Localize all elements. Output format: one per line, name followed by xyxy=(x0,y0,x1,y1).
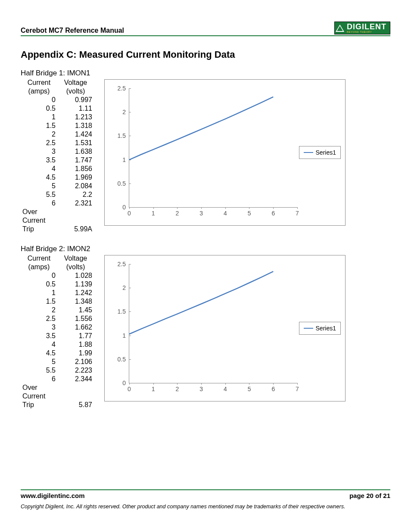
legend-line-icon xyxy=(304,328,313,329)
cell-voltage: 1.969 xyxy=(57,173,94,182)
table-row: 1.5 1.318 xyxy=(21,121,94,130)
cell-current: 3.5 xyxy=(21,156,57,165)
cell-voltage: 1.556 xyxy=(57,314,94,323)
y-tick: 2 xyxy=(122,284,129,291)
plot-area: 00.511.522.5 01234567 xyxy=(129,264,297,383)
section-block: Current Voltage (amps) (volts) 0 0.997 0… xyxy=(21,78,390,233)
footer-url: www.digilentinc.com xyxy=(21,492,85,499)
x-tick: 1 xyxy=(152,383,155,392)
table-row: 3.5 1.77 xyxy=(21,332,94,340)
table-header-row: Current Voltage xyxy=(21,254,94,263)
cell-voltage: 2.223 xyxy=(57,366,94,375)
cell-current: 5 xyxy=(21,358,57,366)
plot-area: 00.511.522.5 01234567 xyxy=(129,88,297,208)
col-header-current: Current xyxy=(21,254,57,263)
cell-voltage: 1.139 xyxy=(57,280,94,289)
section-block: Current Voltage (amps) (volts) 0 1.028 0… xyxy=(21,254,390,409)
x-tick: 3 xyxy=(199,207,203,217)
cell-voltage: 1.318 xyxy=(57,121,94,130)
x-tick: 7 xyxy=(296,383,299,392)
table-row: 2.5 1.531 xyxy=(21,139,94,147)
cell-current: 4 xyxy=(21,340,57,349)
footer-page: page 20 of 21 xyxy=(349,492,390,499)
legend-label: Series1 xyxy=(316,325,336,332)
cell-voltage: 1.348 xyxy=(57,297,94,306)
x-tick: 3 xyxy=(199,383,203,392)
table-row: Current xyxy=(21,216,94,225)
chart-legend: Series1 xyxy=(299,146,341,159)
cell-current: 2.5 xyxy=(21,139,57,147)
oct-label: Over xyxy=(21,208,57,216)
cell-current: 5.5 xyxy=(21,190,57,199)
table-row: 4.5 1.969 xyxy=(21,173,94,182)
header-title: Cerebot MC7 Reference Manual xyxy=(21,27,124,34)
oct-label: Over xyxy=(21,383,57,392)
logo-text: DIGILENT xyxy=(347,22,386,31)
table-row: 5 2.084 xyxy=(21,182,94,190)
cell-voltage: 1.747 xyxy=(57,156,94,165)
table-row: 4 1.88 xyxy=(21,340,94,349)
footer-copyright: Copyright Digilent, Inc. All rights rese… xyxy=(21,504,390,510)
table-header-row: Current Voltage xyxy=(21,78,94,87)
x-tick: 6 xyxy=(271,383,275,392)
x-tick: 5 xyxy=(248,383,251,392)
cell-current: 4.5 xyxy=(21,173,57,182)
col-unit-current: (amps) xyxy=(21,263,57,271)
cell-voltage: 2.2 xyxy=(57,190,94,199)
cell-voltage: 0.997 xyxy=(57,96,94,104)
cell-current: 3 xyxy=(21,147,57,156)
chart-legend: Series1 xyxy=(299,322,341,335)
cell-voltage: 2.106 xyxy=(57,358,94,366)
cell-voltage: 1.99 xyxy=(57,349,94,358)
page-footer: www.digilentinc.com page 20 of 21 xyxy=(21,489,390,499)
logo-triangle-icon xyxy=(336,25,344,32)
table-row: 1 1.213 xyxy=(21,113,94,121)
data-table: Current Voltage (amps) (volts) 0 1.028 0… xyxy=(21,254,94,409)
col-unit-current: (amps) xyxy=(21,87,57,96)
x-tick: 0 xyxy=(128,383,131,392)
x-tick: 0 xyxy=(128,207,131,217)
cell-current: 1.5 xyxy=(21,121,57,130)
table-row: 1.5 1.348 xyxy=(21,297,94,306)
cell-current: 6 xyxy=(21,375,57,383)
x-tick: 4 xyxy=(224,383,227,392)
table-row: 6 2.321 xyxy=(21,199,94,208)
x-tick: 2 xyxy=(176,207,179,217)
digilent-logo: DIGILENT BEYOND THEORY xyxy=(334,22,390,34)
table-row: 1 1.242 xyxy=(21,289,94,297)
table-row: 2 1.45 xyxy=(21,306,94,314)
chart-svg xyxy=(129,88,297,207)
col-unit-voltage: (volts) xyxy=(57,263,94,271)
table-row: 4 1.856 xyxy=(21,165,94,173)
appendix-heading: Appendix C: Measured Current Monitoring … xyxy=(21,49,390,60)
section-title: Half Bridge 1: IMON1 xyxy=(21,69,390,78)
col-unit-voltage: (volts) xyxy=(57,87,94,96)
table-row: 0 0.997 xyxy=(21,96,94,104)
cell-voltage: 1.638 xyxy=(57,147,94,156)
chart-svg xyxy=(129,264,297,383)
cell-current: 3.5 xyxy=(21,332,57,340)
cell-voltage: 1.531 xyxy=(57,139,94,147)
oct-label: Trip xyxy=(21,225,57,233)
table-row: 4.5 1.99 xyxy=(21,349,94,358)
table-row: Trip 5.87 xyxy=(21,401,94,409)
cell-voltage: 1.856 xyxy=(57,165,94,173)
y-tick: 1.5 xyxy=(118,132,129,139)
legend-line-icon xyxy=(304,152,313,153)
cell-current: 5.5 xyxy=(21,366,57,375)
x-tick: 5 xyxy=(248,207,251,217)
cell-current: 3 xyxy=(21,323,57,332)
table-row: 3.5 1.747 xyxy=(21,156,94,165)
data-table: Current Voltage (amps) (volts) 0 0.997 0… xyxy=(21,78,94,233)
cell-current: 0.5 xyxy=(21,104,57,113)
col-header-voltage: Voltage xyxy=(57,254,94,263)
cell-voltage: 1.77 xyxy=(57,332,94,340)
col-header-current: Current xyxy=(21,78,57,87)
cell-voltage: 1.11 xyxy=(57,104,94,113)
cell-voltage: 1.662 xyxy=(57,323,94,332)
cell-voltage: 1.88 xyxy=(57,340,94,349)
cell-current: 6 xyxy=(21,199,57,208)
cell-voltage: 1.45 xyxy=(57,306,94,314)
table-row: 3 1.662 xyxy=(21,323,94,332)
table-row: 6 2.344 xyxy=(21,375,94,383)
